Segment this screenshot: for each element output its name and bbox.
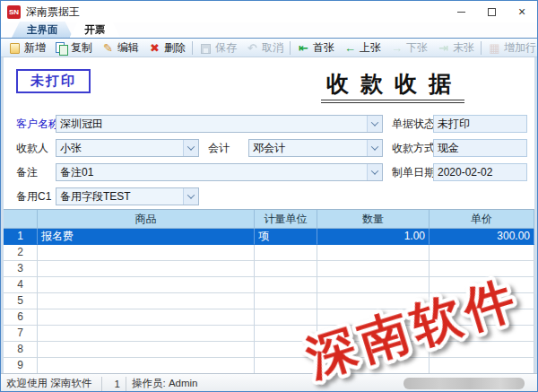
price-cell[interactable]: [430, 245, 534, 261]
table-row[interactable]: 1报名费项1.00300.00: [4, 229, 534, 245]
accountant-label: 会计: [208, 139, 230, 157]
remark-dropdown-button[interactable]: [367, 164, 382, 180]
receipt-title-wrap: 收款收据: [291, 69, 483, 103]
payee-dropdown-button[interactable]: [183, 140, 198, 156]
toolbar-separator: [481, 41, 482, 55]
quantity-cell[interactable]: [317, 309, 430, 326]
maximize-button[interactable]: [476, 1, 507, 22]
price-cell[interactable]: [430, 277, 534, 293]
price-cell[interactable]: [430, 342, 534, 358]
table-row[interactable]: 6: [4, 309, 534, 326]
remark-combo[interactable]: 备注01: [56, 163, 383, 181]
table-header-rownum: [4, 210, 38, 229]
price-cell[interactable]: 300.00: [430, 229, 534, 245]
price-cell[interactable]: [430, 293, 534, 309]
app-icon: SN: [7, 5, 21, 19]
price-cell[interactable]: [430, 261, 534, 277]
minimize-icon: [457, 12, 465, 13]
payee-combo[interactable]: 小张: [56, 139, 199, 157]
product-cell[interactable]: [38, 261, 255, 277]
row-number-cell[interactable]: 6: [4, 309, 38, 326]
row-number-cell[interactable]: 4: [4, 277, 38, 293]
tab-main[interactable]: 主界面: [12, 22, 74, 38]
unit-cell[interactable]: [255, 358, 317, 373]
date-label: 制单日期: [392, 163, 435, 181]
chevron-down-icon: [371, 118, 378, 126]
table-row[interactable]: 8: [4, 342, 534, 358]
accountant-dropdown-button[interactable]: [367, 140, 382, 156]
payee-label: 收款人: [16, 139, 48, 157]
row-number-cell[interactable]: 8: [4, 342, 38, 358]
quantity-cell[interactable]: [317, 261, 430, 277]
price-cell[interactable]: [430, 309, 534, 326]
status-field: 未打印: [433, 115, 527, 133]
toolbar-separator: [192, 41, 193, 55]
product-cell[interactable]: [38, 326, 255, 342]
spare-c1-dropdown-button[interactable]: [183, 188, 198, 205]
quantity-cell[interactable]: [317, 277, 430, 293]
toolbar-button-label: 上张: [360, 40, 381, 56]
toolbar-button-label: 首张: [313, 40, 334, 56]
product-cell[interactable]: 报名费: [38, 229, 255, 245]
quantity-cell[interactable]: 1.00: [317, 229, 430, 245]
customer-value: 深圳冠田: [56, 117, 367, 132]
unit-cell[interactable]: [255, 277, 317, 293]
product-cell[interactable]: [38, 277, 255, 293]
quantity-cell[interactable]: [317, 358, 430, 373]
table-row[interactable]: 7: [4, 326, 534, 342]
unit-cell[interactable]: [255, 293, 317, 309]
chevron-down-icon: [187, 191, 195, 198]
toolbar-button-edit[interactable]: 编辑: [97, 39, 143, 57]
unit-cell[interactable]: [255, 245, 317, 261]
customer-dropdown-button[interactable]: [367, 116, 382, 132]
unit-cell[interactable]: [255, 326, 317, 342]
unit-cell[interactable]: 项: [255, 229, 317, 245]
pay-method-label: 收款方式: [392, 139, 435, 157]
toolbar-button-new[interactable]: 新增: [4, 39, 50, 57]
close-button[interactable]: ×: [507, 1, 537, 22]
table-row[interactable]: 9: [4, 358, 534, 373]
tab-bar: 主界面 开票: [1, 22, 537, 39]
accountant-combo[interactable]: 邓会计: [248, 139, 383, 157]
quantity-cell[interactable]: [317, 326, 430, 342]
toolbar-button-copy[interactable]: 复制: [50, 39, 97, 57]
quantity-cell[interactable]: [317, 293, 430, 309]
toolbar-button-first[interactable]: 首张: [292, 39, 339, 57]
spare-c1-combo[interactable]: 备用字段TEST: [56, 187, 199, 205]
quantity-cell[interactable]: [317, 342, 430, 358]
quantity-cell[interactable]: [317, 245, 430, 261]
row-number-cell[interactable]: 7: [4, 326, 38, 342]
row-number-cell[interactable]: 9: [4, 358, 38, 373]
row-number-cell[interactable]: 2: [4, 245, 38, 261]
toolbar-button-prev[interactable]: 上张: [339, 39, 386, 57]
chevron-down-icon: [371, 143, 378, 150]
price-cell[interactable]: [430, 326, 534, 342]
price-cell[interactable]: [430, 358, 534, 373]
product-cell[interactable]: [38, 342, 255, 358]
row-number-cell[interactable]: 1: [4, 229, 38, 245]
toolbar-button-add-row: 增加行: [483, 39, 538, 57]
delete-icon: [148, 41, 161, 55]
items-table: 商品计量单位数量单价1报名费项1.00300.0023456789: [4, 209, 534, 373]
minimize-button[interactable]: [446, 1, 476, 22]
row-number-cell[interactable]: 3: [4, 261, 38, 277]
unit-cell[interactable]: [255, 342, 317, 358]
product-cell[interactable]: [38, 309, 255, 326]
table-row[interactable]: 2: [4, 245, 534, 261]
toolbar-button-delete[interactable]: 删除: [143, 39, 190, 57]
table-row[interactable]: 5: [4, 293, 534, 309]
product-cell[interactable]: [38, 358, 255, 373]
row-number-cell[interactable]: 5: [4, 293, 38, 309]
table-row[interactable]: 3: [4, 261, 534, 277]
product-cell[interactable]: [38, 293, 255, 309]
product-cell[interactable]: [38, 245, 255, 261]
customer-combo[interactable]: 深圳冠田: [56, 115, 383, 133]
save-icon: [201, 44, 211, 54]
unit-cell[interactable]: [255, 261, 317, 277]
unit-cell[interactable]: [255, 309, 317, 326]
table-row[interactable]: 4: [4, 277, 534, 293]
maximize-icon: [488, 8, 496, 16]
customer-label: 客户名称: [16, 115, 59, 133]
tab-invoice[interactable]: 开票: [70, 22, 121, 38]
accountant-value: 邓会计: [249, 141, 367, 156]
